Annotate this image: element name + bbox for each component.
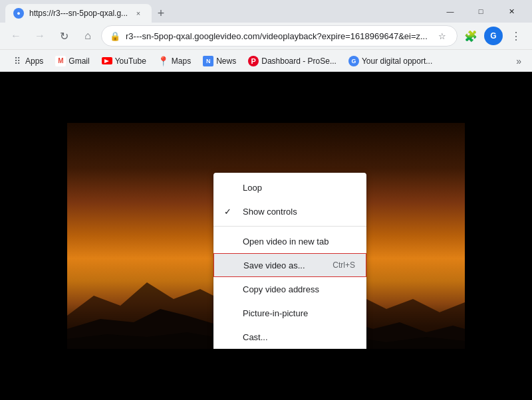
gmail-icon: M <box>55 56 66 66</box>
google-icon: G <box>348 56 359 66</box>
minimize-button[interactable]: — <box>435 0 466 23</box>
bookmark-gmail[interactable]: M Gmail <box>50 53 94 69</box>
bookmark-dashboard[interactable]: P Dashboard - ProSe... <box>243 53 342 69</box>
save-video-shortcut: Ctrl+S <box>332 260 355 270</box>
chrome-menu-button[interactable]: ⋮ <box>505 25 527 47</box>
extensions-button[interactable]: 🧩 <box>460 25 481 47</box>
tab-title: https://r3---sn-5pop-qxal.g... <box>29 9 128 18</box>
bookmark-dashboard-label: Dashboard - ProSe... <box>261 56 336 66</box>
bookmark-news-label: News <box>216 56 236 66</box>
context-menu: Loop ✓ Show controls Open video in new t… <box>213 173 366 349</box>
copy-address-label: Copy video address <box>243 284 356 294</box>
context-menu-divider-1 <box>213 226 366 227</box>
apps-icon: ⠿ <box>12 56 23 66</box>
context-menu-pip[interactable]: Picture-in-picture <box>213 301 366 325</box>
context-menu-cast[interactable]: Cast... <box>213 325 366 349</box>
url-text: r3---sn-5pop-qxal.googlevideo.com/videop… <box>126 31 430 41</box>
video-player[interactable]: Loop ✓ Show controls Open video in new t… <box>67 123 465 349</box>
context-menu-copy-address[interactable]: Copy video address <box>213 277 366 301</box>
address-bar[interactable]: 🔒 r3---sn-5pop-qxal.googlevideo.com/vide… <box>101 25 458 47</box>
profile-menu-button[interactable]: G <box>483 25 504 47</box>
active-tab[interactable]: ● https://r3---sn-5pop-qxal.g... × <box>5 4 152 23</box>
home-button[interactable]: ⌂ <box>77 25 98 47</box>
tab-favicon: ● <box>13 8 24 19</box>
cast-label: Cast... <box>243 332 356 342</box>
context-menu-open-new-tab[interactable]: Open video in new tab <box>213 229 366 253</box>
context-menu-save-video[interactable]: Save video as... Ctrl+S <box>213 253 366 277</box>
bookmarks-more-button[interactable]: » <box>512 53 525 69</box>
news-icon: N <box>203 56 213 66</box>
context-menu-loop[interactable]: Loop <box>213 175 366 199</box>
pip-label: Picture-in-picture <box>243 308 356 318</box>
youtube-icon <box>102 56 112 66</box>
close-button[interactable]: ✕ <box>496 0 527 23</box>
bookmark-news[interactable]: N News <box>198 53 241 69</box>
maps-icon: 📍 <box>158 56 169 66</box>
bookmark-star-icon[interactable]: ☆ <box>436 29 449 43</box>
bookmark-apps[interactable]: ⠿ Apps <box>7 53 49 69</box>
forward-button[interactable]: → <box>29 25 51 47</box>
maximize-button[interactable]: □ <box>466 0 496 23</box>
title-bar: ● https://r3---sn-5pop-qxal.g... × + — □… <box>0 0 532 23</box>
bookmark-apps-label: Apps <box>25 56 43 66</box>
browser-actions: 🧩 G ⋮ <box>460 25 527 47</box>
loop-label: Loop <box>243 183 356 193</box>
back-button[interactable]: ← <box>5 25 27 47</box>
bookmark-google[interactable]: G Your digital opport... <box>343 53 438 69</box>
bookmark-youtube[interactable]: YouTube <box>96 53 152 69</box>
bookmarks-bar: ⠿ Apps M Gmail YouTube 📍 Maps N News P D… <box>0 49 532 72</box>
avatar: G <box>484 27 503 45</box>
show-controls-check: ✓ <box>224 207 235 217</box>
context-menu-show-controls[interactable]: ✓ Show controls <box>213 199 366 223</box>
open-new-tab-label: Open video in new tab <box>243 237 356 247</box>
tab-area: ● https://r3---sn-5pop-qxal.g... × + <box>5 0 432 23</box>
bookmark-google-label: Your digital opport... <box>362 56 432 66</box>
video-area: Loop ✓ Show controls Open video in new t… <box>0 72 532 400</box>
bookmark-gmail-label: Gmail <box>68 56 89 66</box>
new-tab-button[interactable]: + <box>152 4 170 23</box>
pinterest-icon: P <box>248 56 259 66</box>
bookmark-youtube-label: YouTube <box>115 56 146 66</box>
reload-button[interactable]: ↻ <box>53 25 74 47</box>
save-video-label: Save video as... <box>243 260 325 270</box>
tab-close-button[interactable]: × <box>133 8 144 19</box>
lock-icon: 🔒 <box>110 31 120 41</box>
address-bar-icons: ☆ <box>436 29 449 43</box>
bookmark-maps[interactable]: 📍 Maps <box>153 53 196 69</box>
navigation-bar: ← → ↻ ⌂ 🔒 r3---sn-5pop-qxal.googlevideo.… <box>0 23 532 49</box>
show-controls-label: Show controls <box>243 207 356 217</box>
bookmark-maps-label: Maps <box>172 56 191 66</box>
window-controls: — □ ✕ <box>435 0 527 23</box>
